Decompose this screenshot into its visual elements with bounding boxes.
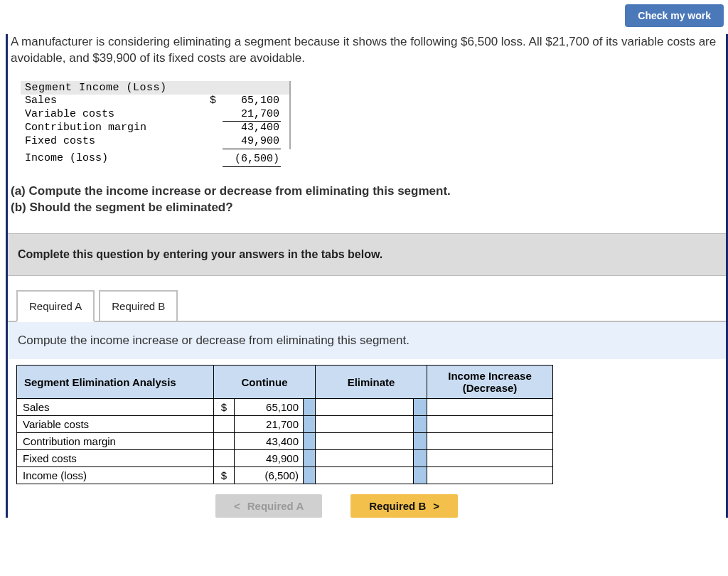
row-label: Contribution margin <box>17 433 214 450</box>
row-dollar[interactable] <box>214 416 235 433</box>
tab-required-b[interactable]: Required B <box>99 290 178 322</box>
row-continue[interactable]: 43,400 <box>235 433 304 450</box>
row-eliminate[interactable] <box>316 433 414 450</box>
seg-label-income: Income (loss) <box>21 152 188 167</box>
table-row: Variable costs 21,700 <box>17 416 553 433</box>
check-my-work-button[interactable]: Check my work <box>625 4 724 27</box>
prev-required-a-button: < Required A <box>215 494 322 518</box>
question-list: (a) Compute the income increase or decre… <box>8 177 726 227</box>
row-eliminate[interactable] <box>316 450 414 467</box>
next-label: Required B <box>369 500 426 512</box>
seg-val-sales: 65,100 <box>223 95 281 108</box>
row-income-change[interactable] <box>427 433 553 450</box>
row-dollar[interactable] <box>214 433 235 450</box>
row-eliminate[interactable] <box>316 399 414 416</box>
row-dollar[interactable]: $ <box>214 467 235 484</box>
seg-dollar-sales: $ <box>210 95 223 108</box>
table-row: Fixed costs 49,900 <box>17 450 553 467</box>
row-income-change[interactable] <box>427 467 553 484</box>
row-flag-icon[interactable] <box>413 399 427 416</box>
segment-income-title: Segment Income (Loss) <box>21 81 291 95</box>
row-continue[interactable]: (6,500) <box>235 467 304 484</box>
seg-label-cm: Contribution margin <box>21 122 188 135</box>
row-flag-icon[interactable] <box>304 450 316 467</box>
row-flag-icon[interactable] <box>304 399 316 416</box>
question-b: (b) Should the segment be eliminated? <box>11 201 233 214</box>
seg-val-varcost: 21,700 <box>223 108 281 122</box>
row-label: Fixed costs <box>17 450 214 467</box>
table-row: Contribution margin 43,400 <box>17 433 553 450</box>
row-income-change[interactable] <box>427 450 553 467</box>
seg-label-sales: Sales <box>21 95 188 108</box>
tab-required-a[interactable]: Required A <box>16 290 95 322</box>
row-income-change[interactable] <box>427 416 553 433</box>
row-continue[interactable]: 49,900 <box>235 450 304 467</box>
prev-label: Required A <box>247 500 304 512</box>
seg-label-fixed: Fixed costs <box>21 135 188 149</box>
tabs: Required A Required B <box>16 290 726 322</box>
row-label: Sales <box>17 399 214 416</box>
seg-val-cm: 43,400 <box>223 122 281 135</box>
question-a: (a) Compute the income increase or decre… <box>11 184 451 198</box>
tab-panel-prompt: Compute the income increase or decrease … <box>8 321 726 359</box>
row-continue[interactable]: 65,100 <box>235 399 304 416</box>
segment-income-box: Segment Income (Loss) Sales $ 65,100 Var… <box>21 81 291 167</box>
seg-label-varcost: Variable costs <box>21 108 188 122</box>
row-flag-icon[interactable] <box>413 450 427 467</box>
row-continue[interactable]: 21,700 <box>235 416 304 433</box>
complete-banner: Complete this question by entering your … <box>8 233 726 276</box>
nav-row: < Required A Required B > <box>16 494 726 518</box>
row-flag-icon[interactable] <box>304 433 316 450</box>
col-header-analysis: Segment Elimination Analysis <box>17 366 214 399</box>
col-header-eliminate: Eliminate <box>316 366 427 399</box>
row-eliminate[interactable] <box>316 416 414 433</box>
top-bar: Check my work <box>0 0 728 34</box>
row-income-change[interactable] <box>427 399 553 416</box>
row-flag-icon[interactable] <box>304 416 316 433</box>
row-label: Income (loss) <box>17 467 214 484</box>
row-label: Variable costs <box>17 416 214 433</box>
col-header-continue: Continue <box>214 366 316 399</box>
row-flag-icon[interactable] <box>304 467 316 484</box>
row-flag-icon[interactable] <box>413 467 427 484</box>
table-row: Income (loss) $ (6,500) <box>17 467 553 484</box>
chevron-left-icon: < <box>234 500 240 512</box>
segment-elimination-table: Segment Elimination Analysis Continue El… <box>16 365 553 484</box>
seg-val-income: (6,500) <box>223 152 281 167</box>
row-eliminate[interactable] <box>316 467 414 484</box>
chevron-right-icon: > <box>433 500 439 512</box>
col-header-income-change: Income Increase (Decrease) <box>427 366 553 399</box>
row-dollar[interactable] <box>214 450 235 467</box>
table-row: Sales $ 65,100 <box>17 399 553 416</box>
problem-intro: A manufacturer is considering eliminatin… <box>8 34 726 77</box>
row-flag-icon[interactable] <box>413 416 427 433</box>
next-required-b-button[interactable]: Required B > <box>350 494 458 518</box>
row-flag-icon[interactable] <box>413 433 427 450</box>
row-dollar[interactable]: $ <box>214 399 235 416</box>
seg-val-fixed: 49,900 <box>223 135 281 149</box>
